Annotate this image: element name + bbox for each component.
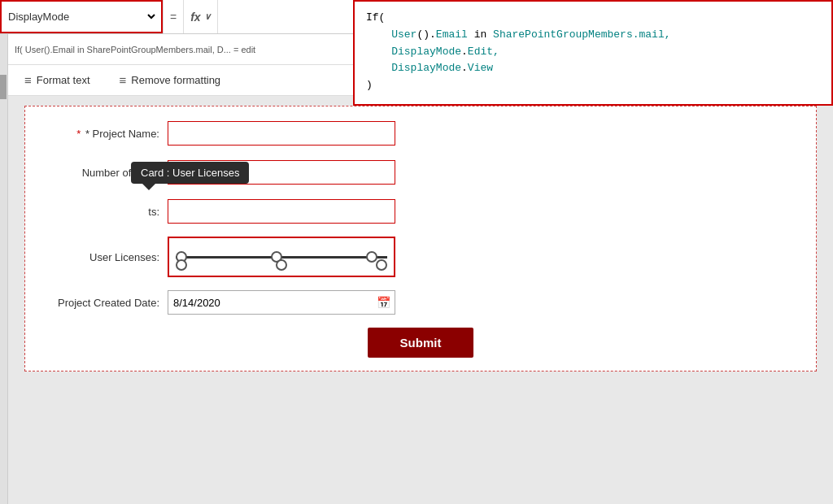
- slider-bottom-handle-1[interactable]: [176, 259, 187, 271]
- slider-bottom-handle-3[interactable]: [376, 259, 387, 271]
- form-card: * * Project Name: Number of User: Card :…: [24, 106, 817, 371]
- format-text-icon: ≡: [24, 73, 32, 87]
- project-created-date-row: Project Created Date: 📅: [41, 289, 800, 316]
- code-line-3: DisplayMode.Edit,: [366, 44, 820, 61]
- tooltip-badge: Card : User Licenses: [131, 162, 249, 184]
- format-text-label: Format text: [37, 74, 90, 86]
- remove-formatting-button[interactable]: ≡ Remove formatting: [113, 70, 228, 90]
- user-licenses-label: User Licenses:: [41, 251, 168, 263]
- remove-formatting-icon: ≡: [120, 73, 127, 87]
- project-created-date-label: Project Created Date:: [41, 297, 168, 309]
- project-name-label: * * Project Name:: [41, 128, 168, 140]
- formula-name-box[interactable]: DisplayMode: [0, 0, 163, 33]
- format-text-button[interactable]: ≡ Format text: [18, 70, 97, 90]
- user-licenses-row: User Licenses:: [41, 237, 800, 277]
- calendar-icon[interactable]: 📅: [377, 296, 390, 309]
- third-field-row: ts:: [41, 198, 800, 225]
- code-line-1: If(: [366, 10, 820, 27]
- slider-track: [176, 256, 387, 259]
- slider-bottom-handle-2[interactable]: [276, 259, 287, 271]
- date-input-wrapper: 📅: [168, 290, 395, 315]
- left-strip: [0, 34, 8, 504]
- third-field-label: ts:: [41, 206, 168, 218]
- formula-name-text: DisplayMode: [8, 11, 69, 23]
- date-input[interactable]: [168, 290, 395, 315]
- code-line-4: DisplayMode.View: [366, 60, 820, 77]
- third-field-input[interactable]: [168, 199, 395, 224]
- code-line-2: User().Email in SharePointGroupMembers.m…: [366, 27, 820, 44]
- project-name-input[interactable]: [168, 121, 395, 146]
- formula-name-dropdown[interactable]: [142, 10, 158, 24]
- code-line-5: ): [366, 77, 820, 94]
- user-licenses-slider[interactable]: [168, 237, 395, 277]
- left-strip-marker: [0, 75, 7, 99]
- slider-bottom-handles: [176, 259, 387, 271]
- code-editor[interactable]: If( User().Email in SharePointGroupMembe…: [353, 0, 833, 106]
- formula-equals: =: [163, 0, 184, 33]
- submit-button[interactable]: Submit: [368, 328, 474, 358]
- formula-fx[interactable]: fx ∨: [184, 0, 217, 33]
- fx-caret: ∨: [204, 11, 211, 22]
- remove-formatting-label: Remove formatting: [131, 74, 220, 86]
- project-name-row: * * Project Name:: [41, 119, 800, 147]
- submit-row: Submit: [41, 328, 800, 358]
